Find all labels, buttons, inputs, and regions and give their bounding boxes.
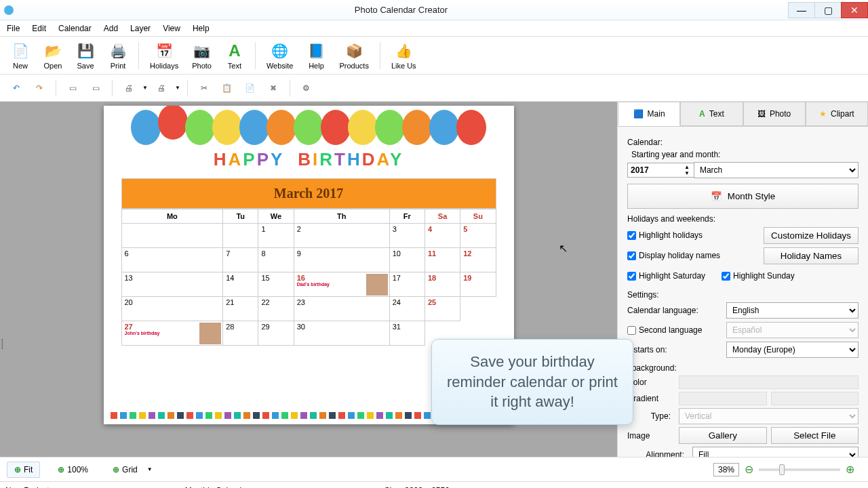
calendar-language-select[interactable]: English — [726, 302, 859, 319]
text-button[interactable]: AText — [220, 40, 250, 71]
month-select[interactable]: March — [694, 162, 859, 178]
tab-text[interactable]: AText — [680, 102, 743, 126]
fit-button[interactable]: ⊕Fit — [7, 462, 40, 478]
text-icon: A — [699, 109, 705, 119]
hint-tooltip: Save your birthday reminder calendar or … — [431, 339, 633, 425]
zoom-slider[interactable] — [759, 468, 840, 471]
plus-icon: ⊕ — [113, 465, 119, 474]
properties-panel: 🟦Main AText 🖼Photo ★Clipart Calendar: St… — [617, 102, 868, 457]
open-button[interactable]: 📂Open — [38, 40, 68, 71]
menu-layer[interactable]: Layer — [127, 22, 153, 35]
display-holiday-names-checkbox[interactable] — [627, 251, 636, 260]
calendar-type-status: Monthly Calendar — [185, 486, 249, 489]
zoom-toolbar: ⊕Fit ⊕100% ⊕Grid▼ 38% ⊖ ⊕ — [0, 457, 868, 481]
cube-icon: 🟦 — [633, 109, 644, 119]
cut-button[interactable]: ✂ — [195, 79, 214, 98]
menu-view[interactable]: View — [160, 22, 183, 35]
image-label: Image — [627, 431, 675, 441]
settings-button[interactable]: ⚙ — [297, 79, 316, 98]
happy-birthday-title: HAPPY BIRTHDAY — [104, 149, 514, 170]
gallery-button[interactable]: Gallery — [679, 427, 767, 444]
save-icon: 💾 — [76, 41, 95, 60]
save-button[interactable]: 💾Save — [71, 40, 100, 71]
holidays-button[interactable]: 📅Holidays — [144, 40, 184, 71]
menu-calendar[interactable]: Calendar — [56, 22, 94, 35]
calendar-grid: MoTuWeThFrSaSu 12345678910111213141516Da… — [121, 209, 496, 346]
select-file-button[interactable]: Select File — [771, 427, 859, 444]
month-style-button[interactable]: 📅Month Style — [627, 184, 859, 209]
starting-label: Starting year and month: — [631, 150, 859, 159]
print-small-button[interactable]: 🖨 — [119, 79, 138, 98]
open-icon: 📂 — [43, 41, 62, 60]
background-section-label: t background: — [627, 363, 859, 373]
page-prev-button[interactable]: ▭ — [63, 79, 82, 98]
tab-main[interactable]: 🟦Main — [618, 102, 680, 126]
maximize-button[interactable]: ▢ — [814, 2, 842, 18]
likeus-button[interactable]: 👍Like Us — [386, 40, 422, 71]
star-icon: ★ — [819, 109, 827, 119]
help-button[interactable]: 📘Help — [301, 40, 331, 71]
tab-photo[interactable]: 🖼Photo — [743, 102, 806, 126]
project-name-status: New Project — [5, 486, 50, 489]
photo-icon: 📷 — [193, 41, 212, 60]
window-title: Photo Calendar Creator — [14, 5, 789, 15]
settings-section-label: Settings: — [627, 290, 859, 300]
menu-file[interactable]: File — [4, 22, 22, 35]
paste-button[interactable]: 📄 — [241, 79, 260, 98]
zoom-out-button[interactable]: ⊖ — [745, 463, 753, 476]
color-label: Color — [627, 378, 675, 387]
titlebar: Photo Calendar Creator — ▢ ✕ — [0, 0, 868, 20]
copy-button[interactable]: 📋 — [218, 79, 237, 98]
zoom-in-button[interactable]: ⊕ — [846, 463, 854, 476]
globe-icon: 🌐 — [271, 41, 290, 60]
zoom-100-button[interactable]: ⊕100% — [51, 462, 95, 477]
gradient-type-label: Type: — [627, 411, 675, 421]
undo-button[interactable]: ↶ — [7, 79, 26, 98]
alignment-label: Alignment: — [627, 450, 688, 457]
menu-add[interactable]: Add — [101, 22, 121, 35]
holiday-names-button[interactable]: Holiday Names — [764, 247, 859, 264]
ruler-handle[interactable]: ›››› — [1, 339, 3, 350]
color-swatch[interactable] — [679, 375, 859, 389]
print-button[interactable]: 🖨️Print — [103, 40, 133, 71]
week-starts-label: k starts on: — [627, 345, 722, 354]
tab-clipart[interactable]: ★Clipart — [806, 102, 868, 126]
highlight-saturday-checkbox[interactable] — [627, 272, 636, 281]
grid-toggle[interactable]: ⊕Grid▼ — [106, 462, 159, 477]
help-icon: 📘 — [307, 41, 326, 60]
close-button[interactable]: ✕ — [841, 2, 868, 18]
delete-button[interactable]: ✖ — [264, 79, 283, 98]
plus-icon: ⊕ — [14, 465, 21, 474]
zoom-value: 38% — [713, 463, 739, 476]
customize-holidays-button[interactable]: Customize Holidays — [764, 227, 859, 244]
highlight-sunday-checkbox[interactable] — [722, 272, 730, 281]
gradient-type-select: Vertical — [679, 408, 859, 424]
menubar: File Edit Calendar Add Layer View Help — [0, 20, 868, 37]
gradient-swatch-2[interactable] — [771, 392, 859, 405]
printer2-button[interactable]: 🖨 — [152, 79, 171, 98]
app-icon — [4, 5, 14, 15]
website-button[interactable]: 🌐Website — [261, 40, 299, 71]
week-starts-select[interactable]: Monday (Europe) — [726, 342, 859, 358]
text-icon: A — [225, 41, 244, 60]
second-language-select: Español — [726, 322, 859, 338]
products-button[interactable]: 📦Products — [334, 40, 374, 71]
second-language-checkbox[interactable] — [627, 326, 636, 335]
calendar-icon: 📅 — [711, 191, 722, 201]
menu-edit[interactable]: Edit — [29, 22, 49, 35]
size-status: Size: 3300 x 2550 — [384, 486, 450, 489]
plus-icon: ⊕ — [58, 465, 64, 474]
gradient-swatch-1[interactable] — [679, 392, 767, 405]
holidays-icon: 📅 — [155, 41, 174, 60]
calendar-month-header: March 2017 — [121, 178, 496, 209]
calendar-language-label: Calendar language: — [627, 306, 722, 315]
photo-button[interactable]: 📷Photo — [186, 40, 217, 71]
alignment-select[interactable]: Fill — [692, 447, 859, 457]
minimize-button[interactable]: — — [788, 2, 815, 18]
redo-button[interactable]: ↷ — [30, 79, 49, 98]
page-next-button[interactable]: ▭ — [86, 79, 105, 98]
new-button[interactable]: 📄New — [5, 40, 35, 71]
menu-help[interactable]: Help — [190, 22, 212, 35]
highlight-holidays-checkbox[interactable] — [627, 231, 636, 240]
new-icon: 📄 — [11, 41, 30, 60]
